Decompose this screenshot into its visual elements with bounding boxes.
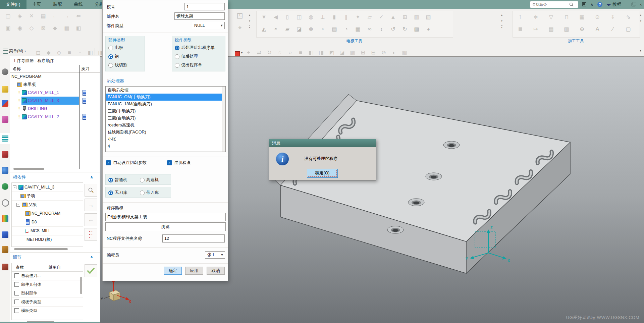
object-display-icon[interactable] xyxy=(235,51,240,56)
tree-row-unused[interactable]: 未用项 xyxy=(10,80,79,89)
apply-button[interactable]: 应用 xyxy=(185,267,203,275)
menu-button[interactable]: 菜单(M)▾ xyxy=(1,47,28,55)
electrode-tool-a-4-icon[interactable]: ◫ xyxy=(294,12,304,22)
view-group-tool-6-icon[interactable]: ▦ xyxy=(62,23,71,33)
message-ok-button[interactable]: 确定(O) xyxy=(307,169,338,178)
selection-filter-1-icon[interactable]: ◻ xyxy=(34,48,43,57)
tree-row-cavity-mill-2[interactable]: ! CAVITY_MILL_2 xyxy=(10,113,79,121)
file-group-tool-1-icon[interactable]: ▢ xyxy=(3,11,13,21)
assembly-navigator-icon[interactable] xyxy=(2,86,8,93)
hscrollbar-thumb[interactable] xyxy=(14,248,68,250)
checkbox[interactable] xyxy=(14,300,19,304)
electrode-tool-a-10-icon[interactable]: ▱ xyxy=(365,12,374,22)
radio-normal-machine[interactable]: 普通机 xyxy=(108,177,127,183)
back-button[interactable]: ← xyxy=(85,213,97,226)
list-item[interactable]: 自动后处理 xyxy=(106,87,225,94)
machining-feature-navigator-icon[interactable] xyxy=(2,151,8,158)
minimize-ribbon-icon[interactable]: ∧ xyxy=(590,2,594,7)
view-tool-5-icon[interactable]: ○ xyxy=(285,48,295,57)
radio-wirecut[interactable]: 线切割 xyxy=(108,62,127,68)
electrode-tool-a-13-icon[interactable]: ⊞ xyxy=(400,12,410,22)
dep-row-mcs-mill[interactable]: MCS_MILL xyxy=(12,226,83,235)
view-tool-3-icon[interactable]: ↻ xyxy=(265,48,274,57)
history-icon[interactable] xyxy=(2,199,9,207)
cancel-button[interactable]: 取消 xyxy=(207,267,225,275)
electrode-tool-a-7-icon[interactable]: ▮ xyxy=(330,12,339,22)
radio-sheet-only[interactable]: 仅出程序单 xyxy=(175,62,202,68)
electrode-tool-b-6-icon[interactable]: ▫ xyxy=(318,24,327,34)
detail-row[interactable]: 部件几何体 xyxy=(12,280,83,289)
list-item[interactable]: 三菱(自动换刀) xyxy=(106,115,225,122)
details-column-inherited[interactable]: 继承自 xyxy=(49,265,61,270)
file-group-tool-7-icon[interactable]: ⇐ xyxy=(74,11,83,21)
view-group-tool-5-icon[interactable]: ◆ xyxy=(50,23,60,33)
electrode-tool-a-2-icon[interactable]: ◀ xyxy=(271,12,280,22)
web-browser-icon[interactable] xyxy=(2,183,8,190)
machining-tool-a-2-icon[interactable]: ≑ xyxy=(531,12,540,22)
detail-row[interactable]: 自动进刀... xyxy=(12,271,83,280)
file-group-tool-3-icon[interactable]: ✕ xyxy=(27,11,36,21)
selection-filter-5-icon[interactable]: ▫ xyxy=(75,48,85,57)
file-group-tool-5-icon[interactable]: ← xyxy=(50,11,60,21)
hscrollbar-thumb[interactable] xyxy=(13,168,44,170)
group-scroll-mid[interactable]: ▴▾▾ xyxy=(501,13,502,29)
view-tool-12-icon[interactable]: ⊞ xyxy=(358,48,368,57)
electrode-tool-a-5-icon[interactable]: ◍ xyxy=(306,12,316,22)
programmer-dropdown[interactable]: 张工▼ xyxy=(205,251,225,259)
tools-hammer-icon[interactable] xyxy=(2,246,8,253)
view-tool-16-icon[interactable]: ▧ xyxy=(400,48,409,57)
tab-file[interactable]: 文件(F) xyxy=(0,0,26,9)
fullscreen-icon[interactable] xyxy=(582,2,586,6)
column-toolchange[interactable]: 换刀 xyxy=(81,66,89,72)
selection-filter-3-icon[interactable]: ◇ xyxy=(54,48,64,57)
program-path-input[interactable] xyxy=(105,213,226,221)
view-tool-8-icon[interactable]: ◨ xyxy=(317,48,326,57)
electrode-tool-b-13-icon[interactable]: ↻ xyxy=(400,24,410,34)
selection-filter-4-icon[interactable]: ≡ xyxy=(65,48,74,57)
radio-with-magazine[interactable]: 带刀库 xyxy=(140,190,159,196)
electrode-tool-b-15-icon[interactable]: ◕ xyxy=(424,24,433,34)
checkbox[interactable] xyxy=(14,308,19,313)
list-item[interactable]: 佳铁雕刻机(FAGOR) xyxy=(106,129,225,136)
radio-steel[interactable]: 钢 xyxy=(108,54,119,59)
list-item[interactable]: 三菱(手动换刀) xyxy=(106,108,225,115)
machining-tool-a-5-icon[interactable]: ▦ xyxy=(577,12,587,22)
list-item[interactable]: roeders高速机 xyxy=(106,122,225,129)
machining-tool-a-1-icon[interactable]: ⊺ xyxy=(516,12,525,22)
window-restore-icon[interactable] xyxy=(632,3,635,6)
tree-row-cavity-mill-3[interactable]: ! CAVITY_MILL_3 xyxy=(10,97,79,105)
dep-row-root[interactable]: − CAVITY_MILL_3 xyxy=(12,183,83,192)
roles-gear-icon[interactable] xyxy=(2,68,8,75)
process-studio-icon[interactable] xyxy=(2,231,8,238)
collapse-node-icon[interactable]: − xyxy=(16,203,20,207)
radio-post-and-sheet[interactable]: 后处理后出程序单 xyxy=(175,45,215,51)
detail-row[interactable]: 模板类型 xyxy=(12,306,83,315)
view-group-tool-4-icon[interactable]: ⊠ xyxy=(39,23,48,33)
electrode-tool-b-11-icon[interactable]: ↕ xyxy=(377,24,386,34)
electrode-tool-b-12-icon[interactable]: ↺ xyxy=(388,24,398,34)
batch-transfer-icon[interactable]: ▪→▪→▪→ xyxy=(85,228,97,241)
part-type-dropdown[interactable]: NULL▼ xyxy=(192,22,225,29)
dep-row-d8[interactable]: D8 xyxy=(12,218,83,227)
view-tool-4-icon[interactable]: ◌ xyxy=(275,48,284,57)
checkbox[interactable] xyxy=(14,291,19,295)
electrode-tool-b-5-icon[interactable]: ⊗ xyxy=(306,24,316,34)
selection-filter-6-icon[interactable]: ◧ xyxy=(86,48,95,57)
electrode-tool-a-3-icon[interactable]: ▯ xyxy=(283,12,292,22)
checkbox[interactable] xyxy=(14,273,19,278)
machining-tool-a-3-icon[interactable]: ▽ xyxy=(546,12,556,22)
electrode-tool-b-1-icon[interactable]: ◭ xyxy=(259,24,269,34)
part-navigator-icon[interactable] xyxy=(2,116,8,123)
electrode-tool-b-10-icon[interactable]: ∞ xyxy=(365,24,374,34)
radio-highspeed-machine[interactable]: 高速机 xyxy=(140,177,159,183)
dep-row-parents[interactable]: − 父项 xyxy=(12,200,83,209)
dependencies-header[interactable]: 相依性 xyxy=(13,174,26,180)
help-icon[interactable]: ? xyxy=(597,2,602,7)
tab-curve[interactable]: 曲线 xyxy=(68,0,89,9)
machining-tool-a-4-icon[interactable]: ⊓ xyxy=(562,12,571,22)
machining-tool-b-8-icon[interactable]: ▢ xyxy=(624,24,633,34)
view-tool-9-icon[interactable]: ◩ xyxy=(327,48,336,57)
electrode-tool-b-14-icon[interactable]: ▩ xyxy=(412,24,421,34)
collapse-details-icon[interactable]: ∧ xyxy=(90,255,93,259)
operation-navigator-icon[interactable] xyxy=(2,135,8,142)
